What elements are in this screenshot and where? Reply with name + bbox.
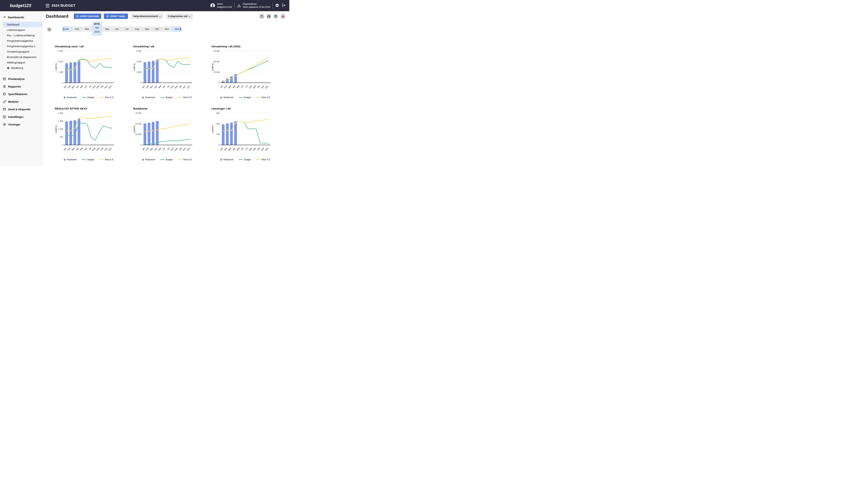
svg-text:Mar: Mar	[228, 147, 232, 151]
svg-text:1.000 Kr.: 1.000 Kr.	[211, 63, 214, 71]
sidebar-item-eksempler-på-diagrammer[interactable]: Eksempler på diagrammer	[3, 54, 42, 60]
data-status[interactable]: Regnskabstal Sidst opdateret 10-04-2024	[237, 2, 270, 9]
sidebar-item-visninger[interactable]: Visninger	[0, 121, 42, 128]
print-button[interactable]	[266, 14, 271, 19]
svg-text:Jul: Jul	[88, 85, 92, 88]
sidebar-item-specifikationer[interactable]: Specifikationer	[0, 90, 42, 98]
month-aug[interactable]: Aug	[132, 27, 142, 31]
svg-text:Dec: Dec	[265, 147, 269, 151]
svg-text:Mar: Mar	[150, 85, 153, 89]
month-maj[interactable]: Maj	[102, 27, 112, 31]
chart-canvas: 02004006001.000 Kr.JanFebMarAprMajJunJul…	[211, 112, 272, 157]
sidebar-item-pivotanalyse[interactable]: Pivotanalyse	[0, 75, 42, 83]
legend-label: Budget	[87, 158, 94, 161]
month-mar[interactable]: Mar	[82, 27, 92, 31]
sidebar-item-opsætning[interactable]: Opsætning	[3, 65, 42, 71]
legend-dot-icon	[142, 159, 144, 161]
dimension-dropdown[interactable]: Vælg dimensionsværdi ▾	[131, 14, 163, 19]
month-label: Jul	[126, 28, 128, 30]
pdf-export-button[interactable]: PDF	[280, 14, 286, 19]
svg-text:Jan: Jan	[63, 85, 67, 89]
app-root: budget123 2024 BUDGET demo budget123 A/S…	[0, 0, 289, 166]
svg-text:40 000: 40 000	[213, 61, 220, 63]
sidebar-item-dashboard[interactable]: Dashboard	[3, 22, 42, 27]
month-jan[interactable]: Jan	[62, 26, 72, 32]
sidebar-item-moduler[interactable]: Moduler	[0, 98, 42, 105]
sidebar-item-label: Indstillinger	[8, 115, 24, 118]
toolbar: Dashboard OPRET DIAGRAM OPRET TABEL Vælg…	[43, 11, 289, 22]
legend-label: Budget	[166, 158, 172, 161]
help-button[interactable]	[259, 14, 264, 19]
sidebar-item-label: Send & eksportér	[8, 108, 30, 111]
svg-text:400: 400	[217, 123, 220, 125]
legend-label: Real S.Å.	[183, 96, 192, 99]
month-nov[interactable]: Nov	[162, 27, 172, 31]
charts-shown-dropdown[interactable]: 6 diagrammer vist ▾	[166, 14, 193, 19]
month-okt[interactable]: Okt	[152, 27, 162, 31]
user-info[interactable]: demo budget123 A/S	[210, 2, 232, 9]
settings-button[interactable]	[275, 3, 279, 8]
chart-title: Lønninger i alt	[211, 107, 272, 110]
sidebar-item-indstillinger[interactable]: Indstillinger	[0, 113, 42, 121]
add-period-button[interactable]	[47, 27, 52, 32]
sidebar-item-label: Omsætningsrapport	[7, 50, 29, 53]
chart-grid: Omsætning varer i alt01 0002 0003 0001.0…	[54, 45, 272, 161]
svg-text:Jun: Jun	[83, 147, 87, 151]
legend-item-budget: Budget	[82, 96, 94, 99]
svg-text:500: 500	[60, 136, 63, 138]
sidebar: Dashboards DashboardLedelsesrapportRev. …	[0, 11, 42, 166]
sidebar-item-rapporter[interactable]: Rapporter	[0, 83, 42, 90]
ytd-label: ◂ÅTD▸	[94, 23, 100, 25]
svg-text:Nov: Nov	[261, 147, 265, 151]
month-sep[interactable]: Sep	[142, 27, 152, 31]
sidebar-item-afdelingsrapport[interactable]: Afdelingsrapport	[3, 60, 42, 65]
svg-text:20 000: 20 000	[213, 71, 220, 73]
sidebar-group-dashboards[interactable]: Dashboards	[0, 11, 42, 22]
ytd-selector[interactable]: ◂ÅTD▸ Apr 2024	[92, 22, 102, 36]
sidebar-item-pengestrømsopgørelse[interactable]: Pengestrømsopgørelse	[3, 38, 42, 43]
range-end-handle[interactable]	[180, 28, 181, 30]
svg-text:50 000: 50 000	[135, 123, 141, 125]
legend-label: Real S.Å.	[261, 158, 271, 161]
sidebar-item-pengestrømsopgørelse-ii[interactable]: Pengestrømsopgørelse II	[3, 43, 42, 49]
svg-text:4 000: 4 000	[137, 61, 141, 63]
logout-button[interactable]	[282, 3, 286, 8]
svg-text:0: 0	[62, 144, 63, 146]
legend-item-real-s-å: Real S.Å.	[100, 96, 114, 99]
legend-line-icon	[82, 97, 86, 98]
topbar-divider	[234, 2, 235, 9]
period-timeline: JanFebMarAprMajJunJulAugSepOktNovDec ◂ÅT…	[43, 22, 289, 38]
gear-icon	[275, 3, 279, 8]
sidebar-item-send-eksport-r[interactable]: Send & eksportér	[0, 105, 42, 113]
legend-item-real-s-å: Real S.Å.	[178, 96, 192, 99]
sidebar-item-omsætningsrapport[interactable]: Omsætningsrapport	[3, 49, 42, 54]
svg-text:Nov: Nov	[182, 85, 186, 89]
svg-text:Dec: Dec	[186, 85, 191, 89]
create-chart-button[interactable]: OPRET DIAGRAM	[74, 14, 101, 19]
svg-text:1 000: 1 000	[58, 71, 63, 73]
month-feb[interactable]: Feb	[72, 27, 82, 31]
range-start-handle[interactable]	[63, 28, 64, 30]
excel-export-button[interactable]: X	[273, 14, 278, 19]
chart-canvas: 05001 0001 5002 0001.000 Kr.JanFebMarApr…	[54, 112, 115, 157]
svg-text:Mar: Mar	[71, 147, 75, 151]
legend-item-budget: Budget	[160, 96, 172, 99]
svg-text:Aug: Aug	[248, 147, 252, 151]
svg-text:1.000 Kr.: 1.000 Kr.	[211, 125, 214, 133]
svg-text:Aug: Aug	[170, 85, 174, 89]
chart-title: Omsætning i alt	[133, 45, 193, 48]
svg-text:Maj: Maj	[236, 147, 240, 151]
sidebar-item-ledelsesrapport[interactable]: Ledelsesrapport	[3, 27, 42, 33]
svg-text:Nov: Nov	[104, 85, 108, 89]
month-label: Mar	[85, 28, 89, 30]
month-jun[interactable]: Jun	[112, 27, 122, 31]
month-dec[interactable]: Dec	[172, 26, 182, 32]
sidebar-item-rev-ledelseserklæring[interactable]: Rev. / Ledelseserklæring	[3, 33, 42, 38]
create-table-button[interactable]: OPRET TABEL	[104, 14, 128, 19]
svg-text:Apr: Apr	[154, 85, 157, 89]
svg-text:Maj: Maj	[80, 147, 83, 151]
svg-text:3 000: 3 000	[58, 50, 63, 52]
month-label: Aug	[135, 28, 139, 30]
month-jul[interactable]: Jul	[122, 27, 132, 31]
user-company: budget123 A/S	[217, 5, 232, 9]
